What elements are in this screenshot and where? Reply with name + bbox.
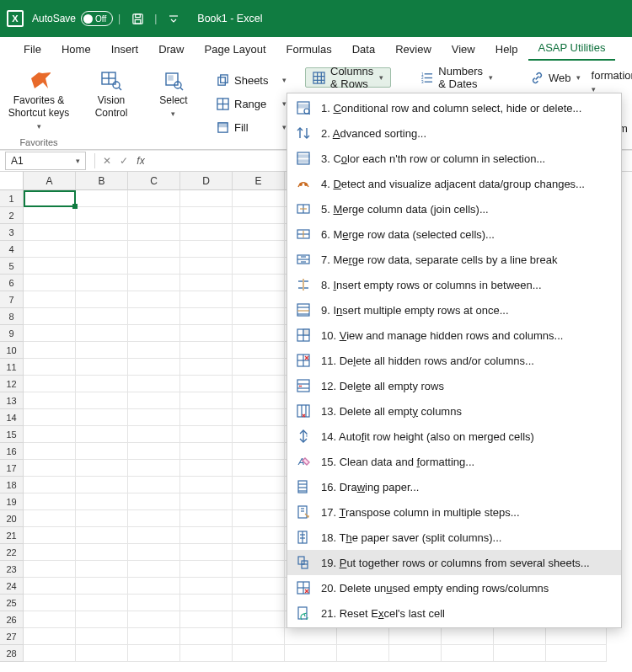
column-header[interactable]: E xyxy=(233,172,285,190)
cell[interactable] xyxy=(233,207,285,224)
cell[interactable] xyxy=(128,493,180,510)
cell[interactable] xyxy=(24,443,76,460)
cell[interactable] xyxy=(128,190,180,207)
cell[interactable] xyxy=(24,325,76,342)
select-button[interactable]: Select▾ xyxy=(152,66,195,120)
cell[interactable] xyxy=(180,510,233,527)
cell[interactable] xyxy=(180,628,233,645)
cell[interactable] xyxy=(128,628,180,645)
cell[interactable] xyxy=(76,561,128,578)
cell[interactable] xyxy=(180,190,233,207)
cell[interactable] xyxy=(128,207,180,224)
cell[interactable] xyxy=(233,291,285,308)
cell[interactable] xyxy=(233,510,285,527)
cell[interactable] xyxy=(128,291,180,308)
row-header[interactable]: 28 xyxy=(0,645,24,662)
cell[interactable] xyxy=(24,645,76,662)
cell[interactable] xyxy=(180,477,233,493)
cell[interactable] xyxy=(233,578,285,595)
cell[interactable] xyxy=(233,561,285,578)
cell[interactable] xyxy=(76,207,128,224)
cell[interactable] xyxy=(24,275,76,291)
menu-item-1[interactable]: 1. Conditional row and column select, hi… xyxy=(287,95,621,120)
menu-item-9[interactable]: 9. Insert multiple empty rows at once... xyxy=(287,297,621,323)
cell[interactable] xyxy=(233,224,285,241)
information-button[interactable]: formation ▾ xyxy=(588,67,632,96)
row-header[interactable]: 4 xyxy=(0,241,24,258)
menu-item-5[interactable]: 5. Merge column data (join cells)... xyxy=(287,196,621,221)
cell[interactable] xyxy=(24,308,76,325)
cell[interactable] xyxy=(128,275,180,291)
row-header[interactable]: 3 xyxy=(0,224,24,241)
cell[interactable] xyxy=(233,308,285,325)
cell[interactable] xyxy=(180,325,233,342)
row-header[interactable]: 10 xyxy=(0,342,24,359)
cell[interactable] xyxy=(180,308,233,325)
cell[interactable] xyxy=(180,595,233,611)
row-header[interactable]: 9 xyxy=(0,325,24,342)
cell[interactable] xyxy=(180,544,233,561)
menu-item-18[interactable]: 18. The paper saver (split columns)... xyxy=(287,525,621,550)
cell[interactable] xyxy=(24,224,76,241)
cell[interactable] xyxy=(128,308,180,325)
cell[interactable] xyxy=(233,645,285,662)
cell[interactable] xyxy=(233,544,285,561)
cell[interactable] xyxy=(24,342,76,359)
row-header[interactable]: 5 xyxy=(0,258,24,275)
cell[interactable] xyxy=(233,477,285,493)
cell[interactable] xyxy=(128,409,180,426)
cell[interactable] xyxy=(76,628,128,645)
menu-item-10[interactable]: 10. View and manage hidden rows and colu… xyxy=(287,323,621,348)
cell[interactable] xyxy=(76,392,128,409)
accept-formula-icon[interactable]: ✓ xyxy=(115,155,132,167)
cell[interactable] xyxy=(180,359,233,376)
cell[interactable] xyxy=(128,645,180,662)
cell[interactable] xyxy=(180,342,233,359)
fill-button[interactable]: Fill ▾ xyxy=(211,116,292,138)
column-header[interactable]: B xyxy=(76,172,128,190)
menu-item-8[interactable]: 8. Insert empty rows or columns in betwe… xyxy=(287,272,621,297)
row-header[interactable]: 19 xyxy=(0,493,24,510)
cell[interactable] xyxy=(180,224,233,241)
cell[interactable] xyxy=(76,325,128,342)
cell[interactable] xyxy=(24,544,76,561)
menu-item-14[interactable]: I14. Autofit row height (also on merged … xyxy=(287,424,621,449)
cell[interactable] xyxy=(128,342,180,359)
cell[interactable] xyxy=(76,595,128,611)
cell[interactable] xyxy=(76,611,128,628)
vision-control-button[interactable]: VisionControl xyxy=(86,66,137,120)
cell[interactable] xyxy=(128,241,180,258)
menu-item-2[interactable]: 2. Advanced sorting... xyxy=(287,120,621,146)
cell[interactable] xyxy=(546,628,607,645)
cell[interactable] xyxy=(24,477,76,493)
cell[interactable] xyxy=(180,561,233,578)
row-header[interactable]: 16 xyxy=(0,443,24,460)
tab-formulas[interactable]: Formulas xyxy=(276,38,342,61)
row-header[interactable]: 11 xyxy=(0,359,24,376)
row-header[interactable]: 20 xyxy=(0,510,24,527)
cell[interactable] xyxy=(76,241,128,258)
tab-data[interactable]: Data xyxy=(342,38,385,61)
cell[interactable] xyxy=(128,392,180,409)
cell[interactable] xyxy=(180,645,233,662)
cell[interactable] xyxy=(128,376,180,392)
cell[interactable] xyxy=(233,409,285,426)
cell[interactable] xyxy=(233,628,285,645)
row-header[interactable]: 26 xyxy=(0,611,24,628)
numbers-dates-button[interactable]: 123 Numbers & Dates ▾ xyxy=(413,67,501,88)
tab-page-layout[interactable]: Page Layout xyxy=(195,38,276,61)
cell[interactable] xyxy=(180,409,233,426)
cell[interactable] xyxy=(128,578,180,595)
cell[interactable] xyxy=(389,628,442,645)
cell[interactable] xyxy=(76,308,128,325)
row-header[interactable]: 24 xyxy=(0,578,24,595)
cell[interactable] xyxy=(180,207,233,224)
cell[interactable] xyxy=(233,241,285,258)
menu-item-16[interactable]: 16. Drawing paper... xyxy=(287,474,621,499)
column-header[interactable]: C xyxy=(128,172,180,190)
cell[interactable] xyxy=(76,645,128,662)
cell[interactable] xyxy=(285,645,337,662)
tab-insert[interactable]: Insert xyxy=(101,38,149,61)
cell[interactable] xyxy=(337,628,389,645)
autosave-toggle[interactable]: AutoSave Off xyxy=(32,11,113,26)
